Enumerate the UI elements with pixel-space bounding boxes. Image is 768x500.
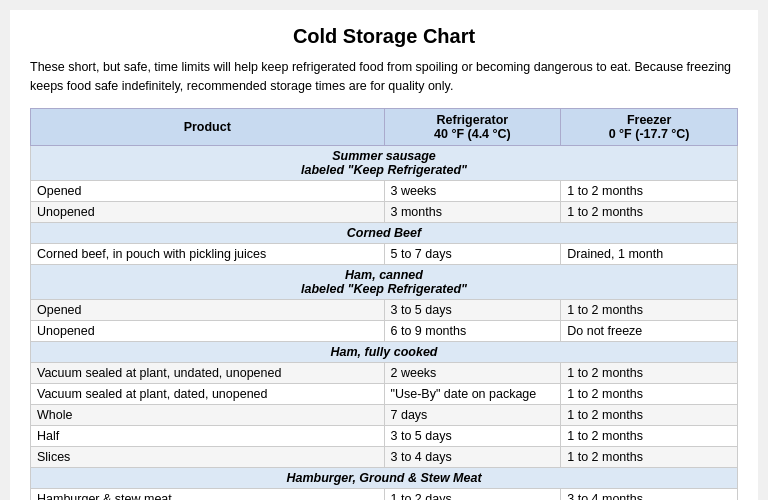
product-cell: Whole <box>31 404 385 425</box>
product-cell: Opened <box>31 180 385 201</box>
refrigerator-cell: 1 to 2 days <box>384 488 561 500</box>
freezer-cell: 1 to 2 months <box>561 425 738 446</box>
refrigerator-cell: 6 to 9 months <box>384 320 561 341</box>
intro-text: These short, but safe, time limits will … <box>30 58 738 96</box>
product-cell: Opened <box>31 299 385 320</box>
product-cell: Corned beef, in pouch with pickling juic… <box>31 243 385 264</box>
freezer-cell: 1 to 2 months <box>561 362 738 383</box>
refrigerator-cell: 3 to 4 days <box>384 446 561 467</box>
section-header-cell: Ham, cannedlabeled "Keep Refrigerated" <box>31 264 738 299</box>
freezer-cell: Drained, 1 month <box>561 243 738 264</box>
refrigerator-cell: 5 to 7 days <box>384 243 561 264</box>
freezer-cell: 1 to 2 months <box>561 404 738 425</box>
freezer-cell: 1 to 2 months <box>561 201 738 222</box>
product-cell: Slices <box>31 446 385 467</box>
section-header-cell: Corned Beef <box>31 222 738 243</box>
refrigerator-cell: 7 days <box>384 404 561 425</box>
section-header-cell: Summer sausagelabeled "Keep Refrigerated… <box>31 145 738 180</box>
freezer-cell: Do not freeze <box>561 320 738 341</box>
product-cell: Hamburger & stew meat <box>31 488 385 500</box>
freezer-cell: 1 to 2 months <box>561 446 738 467</box>
refrigerator-cell: 2 weeks <box>384 362 561 383</box>
freezer-cell: 1 to 2 months <box>561 180 738 201</box>
header-product: Product <box>31 108 385 145</box>
header-freezer: Freezer0 °F (-17.7 °C) <box>561 108 738 145</box>
section-header-cell: Hamburger, Ground & Stew Meat <box>31 467 738 488</box>
product-cell: Vacuum sealed at plant, dated, unopened <box>31 383 385 404</box>
freezer-cell: 1 to 2 months <box>561 383 738 404</box>
storage-table: Product Refrigerator40 °F (4.4 °C) Freez… <box>30 108 738 501</box>
freezer-cell: 3 to 4 months <box>561 488 738 500</box>
refrigerator-cell: 3 to 5 days <box>384 299 561 320</box>
refrigerator-cell: 3 weeks <box>384 180 561 201</box>
product-cell: Vacuum sealed at plant, undated, unopene… <box>31 362 385 383</box>
refrigerator-cell: "Use-By" date on package <box>384 383 561 404</box>
page-container: Cold Storage Chart These short, but safe… <box>10 10 758 500</box>
product-cell: Unopened <box>31 320 385 341</box>
page-title: Cold Storage Chart <box>30 25 738 48</box>
product-cell: Half <box>31 425 385 446</box>
refrigerator-cell: 3 months <box>384 201 561 222</box>
freezer-cell: 1 to 2 months <box>561 299 738 320</box>
header-refrigerator: Refrigerator40 °F (4.4 °C) <box>384 108 561 145</box>
product-cell: Unopened <box>31 201 385 222</box>
refrigerator-cell: 3 to 5 days <box>384 425 561 446</box>
section-header-cell: Ham, fully cooked <box>31 341 738 362</box>
